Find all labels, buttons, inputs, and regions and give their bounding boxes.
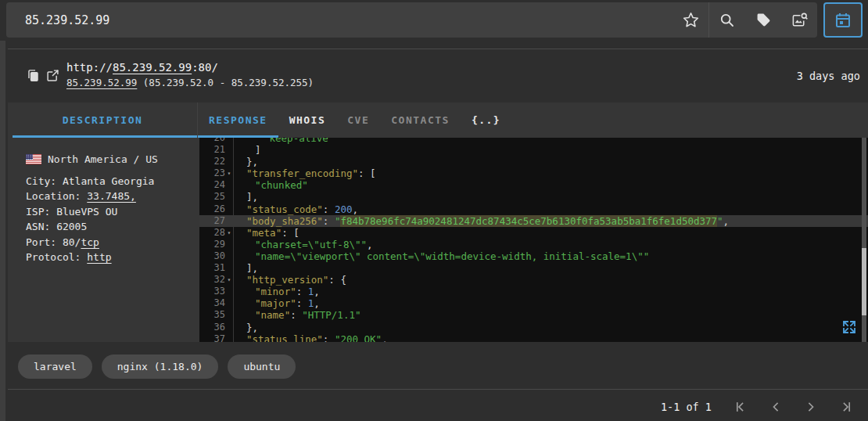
description-row: Location: 33.7485, bbox=[26, 189, 199, 203]
line-gutter: 28▾ bbox=[199, 227, 234, 239]
code-line-28: 28▾"meta": [ bbox=[199, 227, 868, 239]
line-gutter: 37 bbox=[199, 333, 234, 342]
region-row: North America / US bbox=[26, 152, 199, 167]
code-line-25: 25], bbox=[199, 191, 868, 203]
tag-chip[interactable]: laravel bbox=[18, 354, 92, 379]
pagination-label: 1-1 of 1 bbox=[661, 401, 712, 413]
header-divider bbox=[8, 49, 868, 49]
description-row: City: Atlanta Georgia bbox=[26, 174, 199, 189]
description-value-link[interactable]: tcp bbox=[81, 236, 99, 248]
code-line-27: 27"body_sha256": "f84b78e96fc74a90248124… bbox=[199, 215, 868, 227]
code-line-20: 20"keep-alive" bbox=[199, 138, 868, 144]
code-line-30: 30"name=\"viewport\" content=\"width=dev… bbox=[199, 250, 868, 262]
line-gutter: 36 bbox=[199, 322, 234, 333]
line-gutter: 20 bbox=[199, 138, 234, 144]
last-page-icon[interactable] bbox=[828, 394, 863, 419]
description-rows: City: Atlanta GeorgiaLocation: 33.7485,I… bbox=[26, 174, 199, 264]
line-gutter: 21 bbox=[199, 144, 234, 156]
tab-[interactable]: {..} bbox=[461, 103, 511, 138]
footer-divider bbox=[8, 389, 868, 390]
result-url: http://85.239.52.99:80/ bbox=[66, 60, 314, 74]
last-seen-age: 3 days ago bbox=[797, 70, 860, 82]
description-value-link[interactable]: 33.7485, bbox=[87, 190, 136, 202]
description-row: ISP: BlueVPS OU bbox=[26, 204, 199, 219]
result-header: http://85.239.52.99:80/ 85.239.52.99 (85… bbox=[66, 60, 314, 90]
line-gutter: 34 bbox=[199, 297, 234, 309]
fold-toggle-icon[interactable]: ▾ bbox=[225, 274, 233, 286]
search-input[interactable]: 85.239.52.99 bbox=[6, 13, 109, 27]
code-line-22: 22}, bbox=[199, 156, 868, 167]
line-gutter: 29 bbox=[199, 239, 234, 250]
tab-description[interactable]: DESCRIPTION bbox=[8, 103, 198, 138]
tab-response[interactable]: RESPONSE bbox=[198, 103, 278, 138]
tab-cve[interactable]: CVE bbox=[336, 103, 380, 138]
code-line-31: 31], bbox=[199, 262, 868, 274]
line-gutter: 26 bbox=[199, 203, 234, 215]
code-lines: 20"keep-alive"21]22},23▾"transfer_encodi… bbox=[199, 138, 868, 342]
code-scrollbar-thumb[interactable] bbox=[862, 248, 866, 315]
line-gutter: 35 bbox=[199, 309, 234, 321]
line-gutter: 24 bbox=[199, 179, 234, 191]
tab-bar: DESCRIPTION RESPONSEWHOISCVECONTACTS{..} bbox=[8, 103, 868, 138]
description-value-link[interactable]: http bbox=[87, 251, 111, 263]
tab-contacts[interactable]: CONTACTS bbox=[380, 103, 461, 138]
code-line-37: 37"status_line": "200 OK", bbox=[199, 333, 868, 342]
line-gutter: 27 bbox=[199, 215, 234, 227]
code-line-32: 32▾"http_version": { bbox=[199, 274, 868, 286]
search-bar-actions bbox=[673, 2, 817, 38]
tag-chip[interactable]: nginx (1.18.0) bbox=[102, 354, 219, 379]
host-detail-page: 85.239.52.99 bbox=[0, 0, 868, 421]
line-gutter: 32▾ bbox=[199, 274, 234, 286]
history-calendar-button[interactable] bbox=[823, 2, 863, 38]
result-ip-link[interactable]: 85.239.52.99 bbox=[66, 77, 137, 88]
fullscreen-expand-icon[interactable] bbox=[841, 319, 857, 335]
line-gutter: 31 bbox=[199, 262, 234, 274]
next-page-icon[interactable] bbox=[793, 394, 828, 419]
search-icon[interactable] bbox=[709, 2, 745, 38]
tag-chips: laravelnginx (1.18.0)ubuntu bbox=[18, 354, 296, 379]
line-gutter: 23▾ bbox=[199, 167, 234, 179]
description-row: Protocol: http bbox=[26, 250, 199, 264]
code-line-33: 33"minor": 1, bbox=[199, 286, 868, 297]
code-line-26: 26"status_code": 200, bbox=[199, 203, 868, 215]
line-gutter: 33 bbox=[199, 286, 234, 297]
code-line-36: 36}, bbox=[199, 322, 868, 333]
code-line-21: 21] bbox=[199, 144, 868, 156]
line-gutter: 22 bbox=[199, 156, 234, 167]
tab-group-right: RESPONSEWHOISCVECONTACTS{..} bbox=[198, 103, 511, 138]
region-label: North America / US bbox=[48, 153, 158, 165]
pagination: 1-1 of 1 bbox=[661, 394, 863, 419]
favorite-star-icon[interactable] bbox=[673, 2, 708, 38]
search-bar: 85.239.52.99 bbox=[6, 2, 817, 38]
result-url-ip-link[interactable]: 85.239.52.99 bbox=[113, 61, 192, 74]
code-line-35: 35"name": "HTTP/1.1" bbox=[199, 309, 868, 321]
left-edge-strip bbox=[0, 41, 5, 421]
prev-page-icon[interactable] bbox=[758, 394, 793, 419]
tag-icon[interactable] bbox=[745, 2, 781, 38]
response-code-panel: 20"keep-alive"21]22},23▾"transfer_encodi… bbox=[199, 138, 868, 342]
image-search-icon[interactable] bbox=[781, 2, 817, 38]
result-ip-range: 85.239.52.99 (85.239.52.0 - 85.239.52.25… bbox=[66, 76, 314, 90]
code-line-23: 23▾"transfer_encoding": [ bbox=[199, 167, 868, 179]
us-flag-icon bbox=[26, 154, 41, 164]
code-line-34: 34"major": 1, bbox=[199, 297, 868, 309]
tab-whois[interactable]: WHOIS bbox=[278, 103, 337, 138]
fold-toggle-icon[interactable]: ▾ bbox=[225, 167, 233, 179]
tag-chip[interactable]: ubuntu bbox=[228, 354, 296, 379]
description-row: Port: 80/tcp bbox=[26, 235, 199, 250]
copy-icon[interactable] bbox=[27, 69, 40, 82]
code-line-29: 29"charset=\"utf-8\"", bbox=[199, 239, 868, 250]
open-in-new-icon[interactable] bbox=[46, 69, 59, 82]
line-gutter: 30 bbox=[199, 250, 234, 262]
first-page-icon[interactable] bbox=[723, 394, 758, 419]
description-panel: North America / US City: Atlanta Georgia… bbox=[8, 138, 199, 342]
description-row: ASN: 62005 bbox=[26, 219, 199, 234]
code-line-24: 24"chunked" bbox=[199, 179, 868, 191]
fold-toggle-icon[interactable]: ▾ bbox=[225, 227, 233, 239]
line-gutter: 25 bbox=[199, 191, 234, 203]
